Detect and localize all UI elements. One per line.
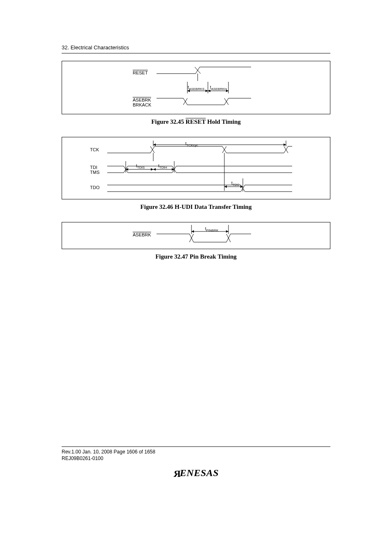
figure-45-caption: Figure 32.45 RESET Hold Timing (62, 118, 330, 125)
footer-line2: REJ09B0261-0100 (62, 455, 330, 462)
svg-marker-12 (226, 90, 228, 92)
svg-marker-28 (284, 143, 286, 146)
renesas-logo: RENESAS (62, 467, 330, 479)
figure-46-caption: Figure 32.46 H-UDI Data Transfer Timing (62, 204, 330, 210)
svg-line-3 (195, 67, 201, 74)
footer-line1: Rev.1.00 Jan. 10, 2008 Page 1606 of 1658 (62, 449, 330, 455)
svg-marker-43 (153, 168, 156, 171)
svg-marker-8 (187, 90, 190, 92)
svg-marker-63 (191, 230, 194, 233)
figure-45-svg (62, 61, 329, 114)
page-footer: Rev.1.00 Jan. 10, 2008 Page 1606 of 1658… (62, 446, 330, 479)
figure-47-caption: Figure 32.47 Pin Break Timing (62, 253, 330, 260)
figure-46-svg (62, 137, 329, 199)
svg-marker-27 (153, 143, 156, 146)
figure-46-box: TCK TDI TMS TDO tTCKcyc tTDIS tTDIH tTDO (62, 137, 330, 199)
section-header: 32. Electrical Characteristics (62, 44, 330, 53)
svg-marker-64 (226, 230, 228, 233)
svg-marker-51 (224, 185, 227, 188)
svg-marker-9 (205, 90, 208, 92)
figure-47-svg (62, 222, 329, 249)
figure-45-box: RESET ASEBRK BRKACK tASEBRKS tASEBRKH (62, 61, 330, 114)
svg-marker-11 (208, 90, 210, 92)
svg-marker-41 (151, 168, 153, 171)
figure-47-box: ASEBRK tPINBRK (62, 222, 330, 249)
